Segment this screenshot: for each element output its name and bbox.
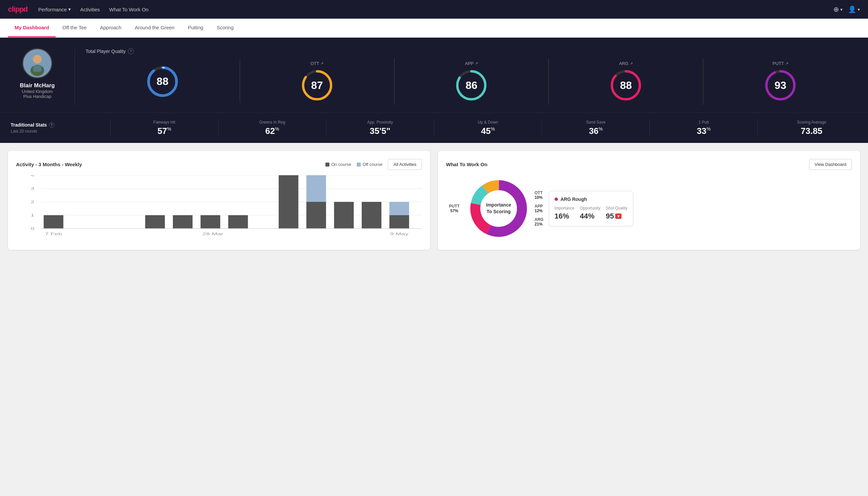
detail-importance: Importance 16%: [555, 206, 574, 220]
svg-rect-3: [33, 66, 41, 72]
putt-score-card: PUTT ↗ 93: [704, 58, 857, 105]
legend-oncourse: On course: [326, 162, 351, 167]
total-quality-label: Total Player Quality ?: [85, 48, 857, 54]
svg-rect-28: [201, 215, 220, 229]
stat-sand-value: 36%: [589, 126, 602, 136]
stats-divider-4: [541, 120, 542, 136]
nav-link-performance[interactable]: Performance ▾: [38, 6, 71, 12]
hero-section: Blair McHarg United Kingdom Plus Handica…: [0, 37, 868, 113]
activity-bar-chart: 4 3 2 1 0: [16, 175, 422, 242]
section-divider: [75, 48, 75, 105]
stats-info-icon[interactable]: ?: [49, 122, 54, 128]
tab-putting[interactable]: Putting: [181, 19, 210, 37]
donut-chart: Importance To Scoring: [465, 175, 532, 242]
ott-ring: 87: [300, 68, 334, 102]
tab-scoring[interactable]: Scoring: [210, 19, 240, 37]
putt-ring: 93: [764, 68, 797, 102]
svg-point-1: [33, 55, 42, 64]
svg-text:7 Feb: 7 Feb: [45, 232, 62, 236]
stat-proximity-label: App. Proximity: [367, 120, 393, 125]
logo: clippd: [8, 5, 28, 14]
stats-divider-0: [110, 120, 111, 136]
app-ring: 86: [455, 68, 488, 102]
tab-my-dashboard[interactable]: My Dashboard: [8, 19, 56, 37]
svg-text:28 Mar: 28 Mar: [202, 232, 223, 236]
stats-divider-6: [757, 120, 758, 136]
stats-divider-2: [326, 120, 327, 136]
stat-fairways-hit: Fairways Hit 57%: [119, 120, 210, 136]
nav-link-what-to-work-on[interactable]: What To Work On: [109, 7, 148, 12]
nav-links: Performance ▾ Activities What To Work On: [38, 6, 823, 12]
detail-card-title: ARG Rough: [555, 197, 628, 202]
stat-fairways-label: Fairways Hit: [153, 120, 175, 125]
tab-around-the-green[interactable]: Around the Green: [128, 19, 181, 37]
stats-sublabel: Last 20 rounds: [11, 129, 102, 134]
info-icon[interactable]: ?: [128, 48, 134, 54]
chart-header: Activity - 3 Months - Weekly On course O…: [16, 159, 422, 170]
stat-1putt: 1 Putt 33%: [658, 120, 749, 136]
stat-greens-value: 62%: [266, 126, 279, 136]
tab-bar: My Dashboard Off the Tee Approach Around…: [0, 19, 868, 37]
player-name: Blair McHarg: [20, 82, 55, 89]
svg-text:3: 3: [31, 187, 34, 190]
bottom-section: Activity - 3 Months - Weekly On course O…: [0, 143, 868, 258]
detail-shot-quality: Shot Quality 95 ▼: [606, 206, 628, 220]
svg-rect-26: [145, 215, 165, 229]
activity-chart-card: Activity - 3 Months - Weekly On course O…: [8, 151, 430, 250]
player-country: United Kingdom: [22, 89, 53, 94]
app-score-value: 86: [465, 79, 478, 92]
stat-sand-save: Sand Save 36%: [550, 120, 642, 136]
nav-actions: ⊕ ▾ 👤 ▾: [833, 5, 860, 13]
arg-label: ARG ↗: [619, 61, 633, 66]
stat-1putt-value: 33%: [697, 126, 710, 136]
stat-scoring-avg: Scoring Average 73.85: [766, 120, 857, 136]
all-activities-button[interactable]: All Activities: [388, 159, 422, 170]
ott-score-value: 87: [311, 79, 323, 92]
stat-updown-value: 45%: [481, 126, 495, 136]
stat-app-proximity: App. Proximity 35'5": [334, 120, 426, 136]
chevron-down-icon: ▾: [68, 6, 71, 12]
tab-approach[interactable]: Approach: [93, 19, 128, 37]
stat-scoring-label: Scoring Average: [797, 120, 826, 125]
ott-label: OTT ↗: [311, 61, 323, 66]
arg-score-card: ARG ↗ 88: [549, 58, 703, 105]
tab-off-the-tee[interactable]: Off the Tee: [56, 19, 93, 37]
nav-link-activities[interactable]: Activities: [80, 7, 100, 12]
app-donut-label: APP 12%: [535, 204, 543, 213]
stat-sand-label: Sand Save: [586, 120, 605, 125]
shot-quality-trend-badge: ▼: [615, 214, 621, 219]
scores-section: Total Player Quality ? 88: [85, 48, 857, 105]
donut-right-labels: OTT 10% APP 12% ARG 21%: [535, 190, 543, 227]
view-dashboard-button[interactable]: View Dashboard: [809, 159, 852, 170]
ott-donut-label: OTT 10%: [535, 190, 543, 200]
svg-text:2: 2: [31, 200, 34, 204]
chart-area: 4 3 2 1 0: [16, 175, 422, 242]
svg-rect-30: [279, 175, 298, 229]
user-menu-button[interactable]: 👤 ▾: [848, 5, 860, 13]
stat-1putt-label: 1 Putt: [698, 120, 709, 125]
stat-updown-label: Up & Down: [478, 120, 498, 125]
chart-title: Activity - 3 Months - Weekly: [16, 161, 320, 167]
stat-greens-in-reg: Greens In Reg 62%: [226, 120, 318, 136]
svg-rect-36: [389, 202, 409, 215]
detail-dot: [555, 198, 558, 201]
detail-opportunity: Opportunity 44%: [580, 206, 601, 220]
wtwon-content: PUTT 57%: [446, 175, 852, 242]
svg-rect-32: [306, 175, 326, 202]
avatar: [22, 48, 52, 78]
chart-legend: On course Off course: [326, 162, 383, 167]
what-to-work-on-card: What To Work On View Dashboard PUTT 57%: [438, 151, 860, 250]
main-score-value: 88: [157, 75, 169, 88]
arg-score-value: 88: [620, 79, 632, 92]
traditional-stats-label: Traditional Stats ?: [11, 122, 102, 128]
svg-text:0: 0: [31, 227, 34, 231]
detail-metrics: Importance 16% Opportunity 44% Shot Qual…: [555, 206, 628, 220]
stat-scoring-value: 73.85: [801, 126, 822, 136]
svg-rect-27: [173, 215, 192, 229]
arg-trend-arrow: ↗: [630, 61, 633, 66]
app-trend-arrow: ↗: [475, 61, 478, 66]
player-card: Blair McHarg United Kingdom Plus Handica…: [11, 48, 64, 99]
detail-card: ARG Rough Importance 16% Opportunity 44%…: [549, 191, 633, 226]
stat-greens-label: Greens In Reg: [259, 120, 285, 125]
add-button[interactable]: ⊕ ▾: [833, 5, 843, 13]
